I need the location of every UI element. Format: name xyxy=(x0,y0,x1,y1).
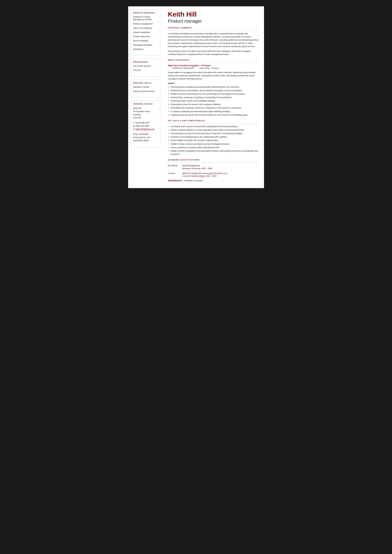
professional-title: Professional xyxy=(133,61,158,63)
duty-item: Market research & developing the core po… xyxy=(171,92,259,96)
qual-main-line: A levels:Maths (A) English (B) Technolog… xyxy=(168,172,259,175)
areas-of-expertise-title: Areas of Expertise xyxy=(133,12,158,14)
employer-name: High Class Furniture Suppliers – Coventr… xyxy=(168,64,259,67)
skill-item: Demonstrated success in product launches… xyxy=(171,132,259,135)
section-work-experience: Work Experience xyxy=(168,59,259,61)
personal-skills-title: Personal Skills xyxy=(133,82,158,84)
areas-item: Distribution xyxy=(133,48,158,51)
pd-driving: Driving license: Yes xyxy=(133,136,158,139)
qualification-row: BA (Hons)Retail ManagementNuneaton Unive… xyxy=(168,164,259,170)
areas-item: Enterprise Content Management (ECM) xyxy=(133,16,158,21)
job-position: PRODUCT MANAGER xyxy=(173,67,195,69)
pd-dob: DOB: 12/09/1985 xyxy=(133,133,158,136)
candidate-name: Keith Hill xyxy=(168,11,259,18)
sidebar: Areas of Expertise Enterprise Content Ma… xyxy=(128,6,163,188)
section-academic: Academic Qualifications xyxy=(168,159,259,161)
candidate-job-title: Product manager xyxy=(168,19,259,24)
references-text: – Available on request. xyxy=(182,180,203,182)
personal-details-title: Personal Details xyxy=(133,103,158,105)
duty-item: Briefing the press and analysts, press r… xyxy=(171,89,259,92)
skill-item: Experience of managing day to day relati… xyxy=(171,135,259,138)
duty-item: Performing sales, trend, and profitabili… xyxy=(171,99,259,103)
skill-item: Ability to shape, produce and deliver pr… xyxy=(171,142,259,145)
pd-address2: Coventry xyxy=(133,113,158,116)
pd-phone: T: 02476 888 5544 xyxy=(133,121,158,125)
references-label: REFERENCES xyxy=(168,180,182,182)
areas-of-expertise-section: Areas of Expertise Enterprise Content Ma… xyxy=(131,9,160,55)
areas-item: Sales and marketing xyxy=(133,27,158,29)
skill-item: Ability to perform qualitative and quant… xyxy=(171,149,259,156)
references: REFERENCES – Available on request. xyxy=(168,180,259,182)
duties-list: Performing and arranging successful prod… xyxy=(168,85,259,117)
skill-item: Some experience of working within Operat… xyxy=(171,146,259,149)
pd-nationality: Nationality: British xyxy=(133,139,158,142)
personal-details-section: Personal Details Keith Hill 34 Anywhere … xyxy=(131,101,160,147)
skill-item: Proven ability to identify new customer … xyxy=(171,139,259,142)
contact-group: T: 02476 888 5544 M: 0887 222 9999 E: ke… xyxy=(133,121,158,131)
duty-item: In charge of planning and developing the… xyxy=(171,110,259,113)
key-skills-list: Consistent track record of successfully … xyxy=(168,125,259,156)
skill-item: Consistent track record of successfully … xyxy=(171,125,259,128)
address-group: Keith Hill 34 Anywhere Road Coventry CV6… xyxy=(133,107,158,119)
pd-mobile: M: 0887 222 9999 xyxy=(133,125,158,128)
duty-item: Researching, reviewing & reporting on co… xyxy=(171,96,259,99)
pd-name: Keith Hill xyxy=(133,107,158,110)
qual-main-line: BA (Hons)Retail Management xyxy=(168,164,259,167)
main-content: Keith Hill Product manager Personal Summ… xyxy=(163,6,264,188)
pd-address1: 34 Anywhere Road xyxy=(133,110,158,113)
areas-item: Brand marketing xyxy=(133,40,158,42)
areas-item: Packaging strategies xyxy=(133,44,158,46)
summary-p1: A committed and highly focused product m… xyxy=(168,32,259,48)
misc-group: DOB: 12/09/1985 Driving license: Yes Nat… xyxy=(133,133,158,142)
professional-item: First Aid xyxy=(133,69,158,72)
skill-item: Ability to improve efficiency, reduce op… xyxy=(171,128,259,132)
job-meta: PRODUCT MANAGERJune 2008 - Present xyxy=(168,67,259,69)
personal-skills-item: Attention to detail xyxy=(133,86,158,89)
professional-item: Can speak Spanish xyxy=(133,65,158,67)
qualification-row: A levels:Maths (A) English (B) Technolog… xyxy=(168,172,259,177)
email-label: E: xyxy=(133,128,135,130)
duty-item: Articulating the company's distinctive c… xyxy=(171,106,259,110)
duty-item: Performing and arranging successful prod… xyxy=(171,85,259,89)
section-personal-summary: Personal Summary xyxy=(168,27,259,29)
areas-item: Product management xyxy=(133,23,158,25)
resume-container: Areas of Expertise Enterprise Content Ma… xyxy=(128,6,264,188)
email-link[interactable]: keith.h@dayjob.co.uk xyxy=(136,128,154,130)
divider-work xyxy=(168,62,259,63)
duty-item: Developing content for product and compa… xyxy=(171,103,259,106)
duties-label: Duties: xyxy=(168,82,259,84)
job-dates: June 2008 - Present xyxy=(199,67,218,69)
personal-skills-section: Personal Skills Attention to detailStron… xyxy=(131,80,160,97)
pd-address3: CV6 7RF xyxy=(133,116,158,119)
summary-p2: Easy going by nature and able to get alo… xyxy=(168,50,259,56)
duty-item: Setting product pricing for new product … xyxy=(171,113,259,117)
areas-item: Product marketing xyxy=(133,31,158,34)
qual-institution-line: Nuneaton University 2005 - 2008 xyxy=(168,167,259,170)
personal-skills-item: Strong Customer Focus xyxy=(133,90,158,93)
professional-section: Professional Can speak SpanishFirst Aid xyxy=(131,59,160,76)
areas-item: Product launching xyxy=(133,35,158,38)
pd-email: E: keith.h@dayjob.co.uk xyxy=(133,128,158,131)
qual-institution-line: Coventry Central College 2003 - 2005 xyxy=(168,175,259,177)
job-description: Responsible for managing the product thr… xyxy=(168,71,259,80)
section-key-skills: Key Skills and Competencies xyxy=(168,120,259,122)
